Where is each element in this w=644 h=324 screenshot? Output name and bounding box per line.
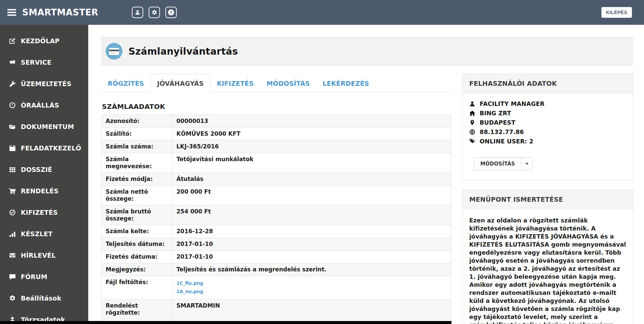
online-user-count: ONLINE USER: 2 <box>480 138 533 145</box>
menu-info-panel-title: MENÜPONT ISMERTETÉSE <box>463 190 633 209</box>
row-value: Teljesítés és számlázás a megrendelés sz… <box>172 263 451 276</box>
sidebar-item-service[interactable]: SERVICE <box>0 52 88 73</box>
sidebar-item-dokumentum[interactable]: DOKUMENTUM <box>0 116 88 137</box>
table-row: Számla száma: LKJ-365/2016 <box>102 140 451 153</box>
sidebar-item-label: ÓRAÁLLÁS <box>21 102 59 109</box>
row-value: 200 000 Ft <box>172 186 451 205</box>
user-name: FACILITY MANAGER <box>480 101 544 107</box>
sidebar-item-label: Beállítások <box>21 295 61 302</box>
table-row: Szállító: KŐMŰVES 2000 KFT <box>102 128 451 140</box>
modify-dropdown-toggle[interactable] <box>521 157 533 170</box>
megaphone-icon <box>9 59 16 66</box>
tab-lekerdezes[interactable]: LEKÉRDEZÉS <box>316 74 376 92</box>
sidebar-item-label: FELADATKEZELŐ <box>21 144 81 152</box>
file-link[interactable]: 2A_no.png <box>176 288 447 295</box>
sidebar-item-label: RENDELÉS <box>21 187 59 195</box>
sidebar-item-rendeles[interactable]: RENDELÉS <box>0 180 88 202</box>
row-value: KŐMŰVES 2000 KFT <box>172 128 451 140</box>
hamburger-menu-icon[interactable] <box>7 8 16 17</box>
question-icon: ? <box>168 9 174 15</box>
table-row: Fizetés módja: Átutalás <box>102 173 451 186</box>
table-row: Fizetés dátuma: 2017-01-10 <box>102 251 451 263</box>
row-value: SMARTADMIN <box>172 300 451 319</box>
list-item: 88.132.77.86 <box>469 129 626 135</box>
sidebar-item-feladatkezelo[interactable]: FELADATKEZELŐ <box>0 137 88 159</box>
envelope-icon <box>9 252 16 259</box>
row-label: Számla nettó összege: <box>102 186 172 205</box>
tab-rogzites[interactable]: RÖGZÍTÉS <box>101 74 150 92</box>
row-label: Megjegyzés: <box>102 263 172 276</box>
right-column: FELHASZNÁLÓI ADATOK FACILITY MANAGER BIN… <box>462 74 633 324</box>
row-value: Átutalás <box>172 173 451 186</box>
sidebar-item-label: ÜZEMELTETÉS <box>21 80 71 87</box>
row-label: Fájl feltöltés: <box>102 276 172 300</box>
topbar: SMARTMASTER ? KILÉPÉS <box>0 0 644 25</box>
wrench-icon <box>9 80 16 87</box>
ip-address: 88.132.77.86 <box>480 129 524 135</box>
row-label: Számla bruttó összege: <box>102 205 172 225</box>
sidebar-item-kifizetes[interactable]: KIFIZETÉS <box>0 202 88 223</box>
sidebar-item-label: DOSSZIÉ <box>21 166 52 173</box>
list-item: BING ZRT <box>469 110 626 117</box>
sidebar: KEZDŐLAP SERVICE ÜZEMELTETÉS ÓRAÁLLÁS DO… <box>0 25 88 324</box>
company-name: BING ZRT <box>480 110 511 117</box>
tab-kifizetes[interactable]: KIFIZETÉS <box>210 74 260 92</box>
sidebar-item-oraallas[interactable]: ÓRAÁLLÁS <box>0 94 88 116</box>
sidebar-item-keszlet[interactable]: KÉSZLET <box>0 223 88 245</box>
logout-button[interactable]: KILÉPÉS <box>601 7 632 18</box>
table-row: Számla nettó összege: 200 000 Ft <box>102 186 451 205</box>
topbar-icon-buttons: ? <box>132 7 177 18</box>
table-row: Rendelést rögzítette: SMARTADMIN <box>102 300 451 319</box>
tab-bar: RÖGZÍTÉS JÓVÁHAGYÁS KIFIZETÉS MÓDOSÍTÁS … <box>101 74 451 92</box>
table-row-files: Fájl feltöltés: 1C_fiu.png 2A_no.png <box>102 276 451 300</box>
row-label: Szállító: <box>102 128 172 140</box>
row-label: Azonosító: <box>102 115 172 128</box>
sidebar-item-hirlevel[interactable]: HÍRLEVÉL <box>0 245 88 266</box>
user-icon <box>469 101 475 107</box>
sidebar-item-dosszie[interactable]: DOSSZIÉ <box>0 159 88 180</box>
grid-icon <box>9 166 16 173</box>
comment-icon <box>9 273 16 280</box>
brand-title: SMARTMASTER <box>22 7 98 17</box>
row-value: 2016-12-28 <box>172 225 451 238</box>
row-value: 2017-01-10 <box>172 238 451 251</box>
menu-info-panel: MENÜPONT ISMERTETÉSE Ezen az oldalon a r… <box>462 190 633 324</box>
globe-icon <box>469 129 475 135</box>
tags-icon <box>469 138 475 144</box>
invoice-table: Azonosító: 00000013 Szállító: KŐMŰVES 20… <box>101 115 451 324</box>
sidebar-item-beallitasok[interactable]: Beállítások <box>0 287 88 309</box>
row-value: 1C_fiu.png 2A_no.png <box>172 276 451 300</box>
gear-icon <box>152 10 157 15</box>
user-data-panel-title: FELHASZNÁLÓI ADATOK <box>463 74 633 93</box>
tab-jovahagyas[interactable]: JÓVÁHAGYÁS <box>150 74 210 92</box>
invoice-section: RÖGZÍTÉS JÓVÁHAGYÁS KIFIZETÉS MÓDOSÍTÁS … <box>101 74 451 324</box>
gear-icon <box>9 295 16 302</box>
file-link[interactable]: 1C_fiu.png <box>176 280 447 287</box>
section-title: SZÁMLAADATOK <box>102 103 451 111</box>
help-button[interactable]: ? <box>165 7 177 18</box>
row-label: Számla megnevezése: <box>102 153 172 173</box>
table-row: Azonosító: 00000013 <box>102 115 451 128</box>
map-marker-icon <box>469 120 475 126</box>
screenshot-bottom-edge <box>0 321 451 324</box>
row-value: 254 000 Ft <box>172 205 451 225</box>
sidebar-item-label: HÍRLEVÉL <box>21 252 56 259</box>
sidebar-item-forum[interactable]: FÓRUM <box>0 266 88 287</box>
calendar-icon <box>9 145 16 151</box>
row-label: Számla száma: <box>102 140 172 153</box>
user-icon <box>135 10 140 15</box>
credit-card-icon <box>106 43 122 60</box>
cart-icon <box>9 188 16 194</box>
modify-button[interactable]: MÓDOSÍTÁS <box>474 157 521 170</box>
list-item: BUDAPEST <box>469 119 626 126</box>
sidebar-item-kezdolap[interactable]: KEZDŐLAP <box>0 30 88 52</box>
bar-chart-icon <box>9 231 16 237</box>
sidebar-item-uzemeltetes[interactable]: ÜZEMELTETÉS <box>0 73 88 94</box>
table-row: Teljesítés dátuma: 2017-01-10 <box>102 238 451 251</box>
settings-button[interactable] <box>149 7 160 18</box>
profile-button[interactable] <box>132 7 143 18</box>
list-item: ONLINE USER: 2 <box>469 138 626 145</box>
table-row: Megjegyzés: Teljesítés és számlázás a me… <box>102 263 451 276</box>
folder-open-icon <box>9 123 16 130</box>
tab-modositas[interactable]: MÓDOSÍTÁS <box>260 74 316 92</box>
